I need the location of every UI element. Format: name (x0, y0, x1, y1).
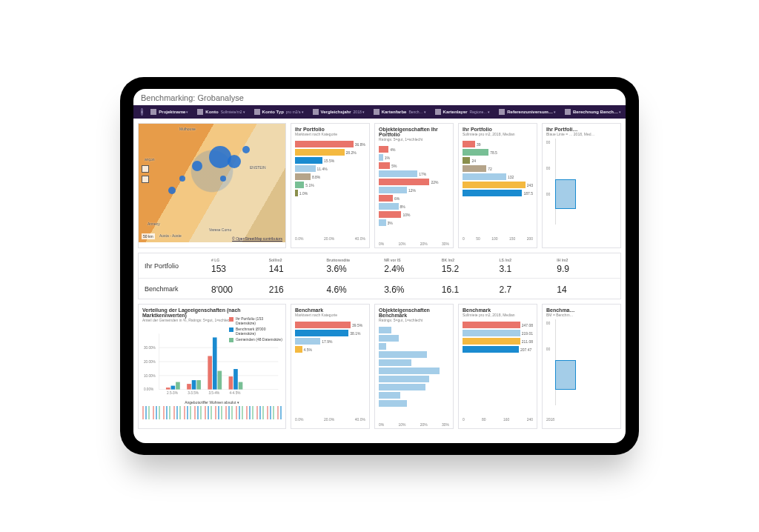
bar (463, 330, 520, 336)
axis-tick: 0 (463, 417, 465, 422)
filter-konto-typ[interactable]: Konto Typpro m2/a▾ (253, 108, 305, 116)
axis-tick: 0% (379, 422, 384, 427)
stats-cell: IH /m29.9 (557, 258, 614, 274)
filter-berechnung-bench-[interactable]: Berechnung Bench…▾ (563, 108, 623, 116)
bar-value: 8.8% (312, 175, 320, 179)
hbar-chart: 3978.52472132243187.5 (463, 139, 533, 235)
bars-icon (197, 109, 203, 115)
bar-row: 8.8% (295, 173, 365, 181)
svg-text:3-3.5%: 3-3.5% (188, 391, 199, 395)
bar (379, 187, 407, 193)
bar-value: 38.1% (350, 331, 360, 336)
bar (379, 400, 407, 407)
axis-tick: 10% (398, 422, 405, 427)
info-icon[interactable]: i (141, 108, 143, 116)
svg-text:3.5-4%: 3.5-4% (208, 391, 219, 395)
panel-title: Objekteigenschaften Ihr Portfolio (379, 127, 449, 137)
bar-value: 17.9% (322, 339, 332, 344)
hbar-panel: Ihr PortfolioSollmiete pro m2, 2018, Med… (458, 123, 537, 248)
bar-row: 36.8% (295, 140, 365, 148)
legend-item: Benchmark (8'000 Datensätze) (229, 327, 282, 336)
bar-value: 187.5 (523, 191, 533, 196)
bar (379, 146, 388, 153)
filter-label: Konto Typ (262, 110, 284, 114)
tablet-frame: Benchmarking: Grobanalyse i Projektname▾… (120, 77, 639, 455)
bar (379, 368, 440, 374)
col-header: # LG (211, 258, 269, 262)
bar (295, 173, 311, 180)
bar-value: 1% (385, 156, 390, 160)
bars-icon (565, 109, 571, 115)
legend-swatch (229, 338, 233, 342)
bar (379, 154, 383, 161)
bar-row: 219.01 (463, 329, 533, 337)
bar (379, 211, 401, 218)
svg-rect-13 (171, 386, 176, 390)
bar (295, 149, 345, 156)
filter-konto[interactable]: KontoSollmiete/m2▾ (196, 108, 246, 116)
filter-label: Vergleichsjahr (321, 110, 351, 114)
chevron-down-icon: ▾ (424, 110, 426, 114)
cell-value: 216 (269, 285, 327, 295)
stats-cell: BK /m215.2 (442, 258, 500, 274)
bar-row: 1.0% (295, 189, 365, 197)
filter-projektname[interactable]: Projektname▾ (149, 108, 190, 116)
filter-kartenfarbe[interactable]: KartenfarbeBench…▾ (372, 108, 428, 116)
svg-rect-12 (229, 376, 233, 390)
bar (379, 343, 386, 350)
map-label: Aosta - Aoste (159, 233, 182, 238)
page-title: Benchmarking: Grobanalyse (133, 89, 626, 105)
distribution-selector[interactable]: Angebotsziffer Wohnen absolut ▾ (142, 400, 282, 405)
svg-text:30.00%: 30.00% (144, 346, 156, 350)
cell-value: 8'000 (211, 285, 269, 295)
mini-preview-chart (142, 406, 282, 419)
filter-referenzuniversum-[interactable]: Referenzuniversum…▾ (497, 108, 557, 116)
col-header: LS /m2 (500, 258, 557, 262)
svg-rect-17 (176, 382, 180, 390)
map-zoom-controls[interactable] (142, 165, 149, 183)
boxplot-box (555, 179, 576, 209)
bar-row (379, 367, 449, 375)
bar (379, 376, 429, 382)
panel-title: Benchmark (463, 307, 533, 313)
svg-rect-16 (233, 369, 238, 390)
bar-row: 22% (379, 178, 449, 186)
stats-cell: 216 (269, 283, 327, 295)
stats-cell: 14 (557, 283, 614, 295)
stats-table: Ihr Portfolio# LG153Soll/m2141Bruttorend… (138, 253, 621, 299)
bar (379, 203, 399, 210)
bar (463, 173, 506, 180)
col-header: Soll/m2 (269, 258, 327, 262)
bar-row: 28.2% (295, 148, 365, 156)
filter-kartenlayer[interactable]: KartenlayerRegione…▾ (434, 108, 492, 116)
filter-vergleichsjahr[interactable]: Vergleichsjahr2018▾ (311, 108, 366, 116)
bar-value: 17% (419, 172, 426, 176)
bar-row: 8% (379, 202, 449, 210)
bar-value: 5.1% (305, 183, 314, 187)
bar-row: 39.5% (295, 321, 365, 329)
axis-tick: 300 (546, 166, 550, 170)
bar-row: 207.47 (463, 345, 533, 353)
map-canvas[interactable]: Mulhouse ançon ENSTEIN Annecy Varese Com… (139, 124, 285, 242)
axis-tick: 2018 (546, 417, 554, 422)
axis-tick: 50 (476, 236, 480, 241)
panel-sub: BM = Benchm… (546, 313, 620, 317)
hbar-chart: 400300200 (546, 139, 620, 235)
chart-legend: Ihr Portfolio (153 Datensätze)Benchmark … (229, 316, 282, 344)
cell-value: 4.6% (326, 285, 384, 295)
bar-value: 78.5 (490, 150, 497, 155)
map-attribution[interactable]: © OpenStreetMap contributors (232, 236, 282, 241)
axis-tick: 150 (509, 236, 515, 241)
bar-value: 15.5% (324, 159, 334, 163)
bar-value: 36.8% (355, 142, 365, 147)
bar-value: 3% (388, 221, 393, 225)
map-panel[interactable]: Mulhouse ançon ENSTEIN Annecy Varese Com… (138, 123, 286, 248)
panel-title: Ihr Portfolio (463, 127, 533, 132)
svg-text:10.00%: 10.00% (144, 374, 156, 378)
bar-value: 24 (471, 159, 476, 163)
chevron-down-icon: ▾ (554, 110, 556, 114)
col-header: Bruttorendite (326, 258, 384, 262)
bar-row: 38.1% (295, 329, 365, 337)
hbar-chart: 247.08219.01211.08207.47 (463, 319, 533, 416)
filter-value: Regione… (470, 110, 488, 114)
